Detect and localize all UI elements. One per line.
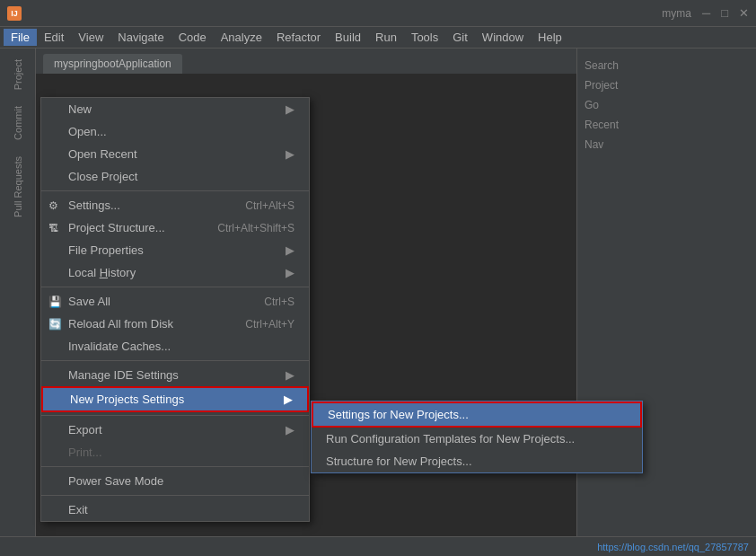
menu-item-open-recent[interactable]: Open Recent ▶ [41, 143, 309, 165]
editor-tab[interactable]: myspringbootApplication [43, 54, 182, 74]
new-projects-submenu: Settings for New Projects... Run Configu… [311, 401, 643, 473]
menu-navigate[interactable]: Navigate [110, 29, 171, 46]
separator-4 [41, 415, 309, 416]
menu-item-exit[interactable]: Exit [41, 499, 309, 521]
project-structure-icon: 🏗 [48, 223, 58, 234]
title-bar: IJ myma ─ □ ✕ [0, 0, 756, 27]
menu-help[interactable]: Help [531, 29, 569, 46]
menu-item-project-structure[interactable]: 🏗 Project Structure... Ctrl+Alt+Shift+S [41, 216, 309, 239]
menu-view[interactable]: View [71, 29, 110, 46]
menu-window[interactable]: Window [475, 29, 531, 46]
minimize-button[interactable]: ─ [702, 6, 710, 20]
menu-git[interactable]: Git [445, 29, 475, 46]
main-area: Project Commit Pull Requests myspringboo… [0, 49, 756, 556]
menu-run[interactable]: Run [368, 29, 404, 46]
save-icon: 💾 [48, 296, 62, 308]
app-icon: IJ [7, 6, 22, 21]
maximize-button[interactable]: □ [721, 6, 728, 20]
submenu-settings-for-new-projects[interactable]: Settings for New Projects... [312, 402, 642, 428]
menu-item-print: Print... [41, 441, 309, 463]
submenu-run-config-templates[interactable]: Run Configuration Templates for New Proj… [312, 428, 642, 450]
new-arrow-icon: ▶ [286, 102, 294, 116]
close-button[interactable]: ✕ [739, 6, 749, 20]
separator-1 [41, 190, 309, 191]
separator-2 [41, 287, 309, 287]
menu-item-manage-ide[interactable]: Manage IDE Settings ▶ [41, 364, 309, 386]
menu-item-export[interactable]: Export ▶ [41, 419, 309, 441]
menu-item-reload[interactable]: 🔄 Reload All from Disk Ctrl+Alt+Y [41, 313, 309, 335]
menu-item-invalidate-caches[interactable]: Invalidate Caches... [41, 335, 309, 357]
menu-item-power-save[interactable]: Power Save Mode [41, 470, 309, 492]
dropdown-overlay: New ▶ Open... Open Recent ▶ Close Projec… [0, 97, 756, 556]
menu-code[interactable]: Code [171, 29, 214, 46]
separator-3 [41, 360, 309, 361]
export-arrow-icon: ▶ [286, 423, 294, 437]
new-projects-arrow-icon: ▶ [284, 393, 293, 406]
file-menu-dropdown: New ▶ Open... Open Recent ▶ Close Projec… [40, 97, 310, 522]
file-props-arrow-icon: ▶ [286, 243, 294, 257]
menu-item-local-history[interactable]: Local History ▶ [41, 261, 309, 284]
local-history-arrow-icon: ▶ [286, 266, 294, 279]
manage-ide-arrow-icon: ▶ [286, 368, 294, 382]
menu-item-close-project[interactable]: Close Project [41, 165, 309, 188]
menu-item-file-properties[interactable]: File Properties ▶ [41, 239, 309, 261]
separator-6 [41, 495, 309, 496]
menu-file[interactable]: File [4, 29, 37, 46]
settings-icon: ⚙ [48, 199, 58, 212]
menu-item-settings[interactable]: ⚙ Settings... Ctrl+Alt+S [41, 194, 309, 216]
sidebar-tab-project[interactable]: Project [9, 52, 27, 97]
menu-edit[interactable]: Edit [37, 29, 71, 46]
menu-tools[interactable]: Tools [404, 29, 445, 46]
menu-bar: File Edit View Navigate Code Analyze Ref… [0, 27, 756, 49]
menu-item-new-projects-settings[interactable]: New Projects Settings ▶ [41, 386, 309, 412]
menu-item-open[interactable]: Open... [41, 120, 309, 143]
menu-build[interactable]: Build [328, 29, 368, 46]
menu-item-save-all[interactable]: 💾 Save All Ctrl+S [41, 290, 309, 313]
right-panel-search[interactable]: Search [585, 56, 749, 75]
right-panel-project[interactable]: Project [585, 75, 749, 95]
open-recent-arrow-icon: ▶ [286, 147, 294, 161]
menu-analyze[interactable]: Analyze [214, 29, 269, 46]
reload-icon: 🔄 [48, 318, 62, 331]
submenu-structure-new-projects[interactable]: Structure for New Projects... [312, 450, 642, 472]
menu-refactor[interactable]: Refactor [269, 29, 328, 46]
user-label: myma [662, 7, 691, 20]
separator-5 [41, 466, 309, 467]
menu-item-new[interactable]: New ▶ [41, 98, 309, 120]
tab-bar: myspringbootApplication [36, 49, 576, 74]
